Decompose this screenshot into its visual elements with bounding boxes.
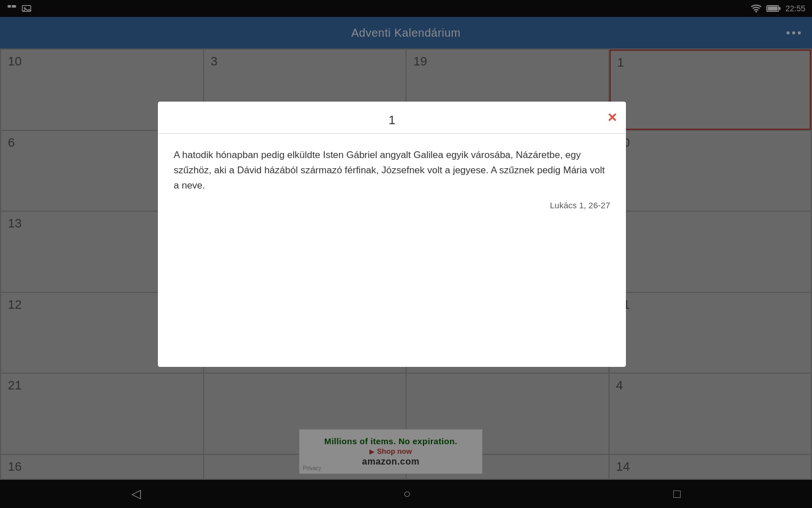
dialog-verse-text: A hatodik hónapban pedig elküldte Isten … (174, 147, 610, 194)
dialog-verse-reference: Lukács 1, 26-27 (174, 200, 610, 210)
day-dialog: 1 × A hatodik hónapban pedig elküldte Is… (158, 102, 626, 367)
dialog-close-button[interactable]: × (608, 110, 617, 125)
dialog-body: A hatodik hónapban pedig elküldte Isten … (158, 134, 626, 367)
dialog-header: 1 × (158, 102, 626, 133)
dialog-day-number: 1 (389, 113, 395, 128)
